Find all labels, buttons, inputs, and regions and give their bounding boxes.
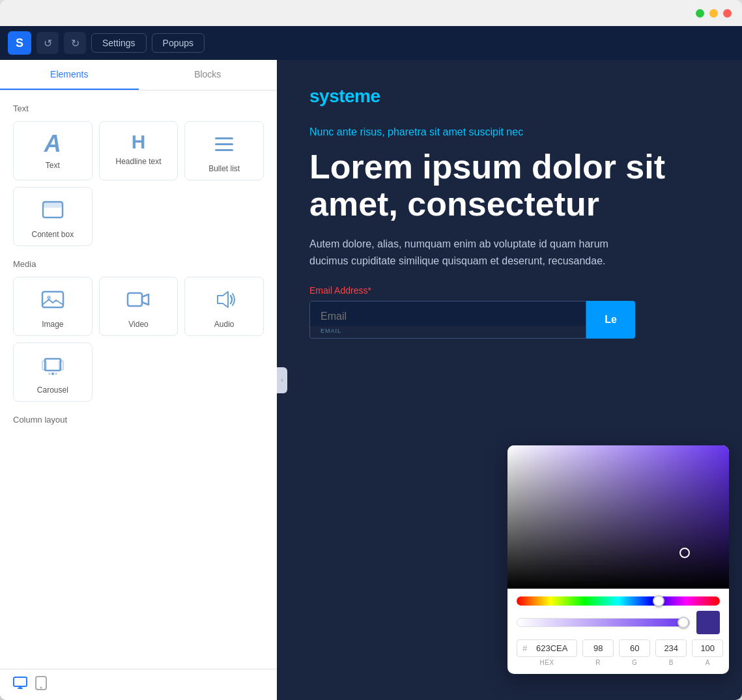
element-card-headline[interactable]: H Headline text bbox=[99, 121, 178, 180]
element-card-image[interactable]: Image bbox=[13, 277, 93, 336]
color-picker-controls: # HEX R G bbox=[507, 589, 729, 674]
image-label: Image bbox=[42, 320, 63, 329]
b-label: B bbox=[669, 659, 674, 666]
maximize-button[interactable] bbox=[696, 9, 704, 18]
section-text-label: Text bbox=[13, 104, 264, 113]
canvas-body-text: Autem dolore, alias, numquam enim ab vol… bbox=[309, 236, 629, 269]
panel-footer bbox=[0, 669, 277, 700]
svg-point-13 bbox=[51, 372, 54, 375]
cta-button[interactable]: Le bbox=[586, 301, 635, 339]
a-value-group: A bbox=[692, 639, 723, 666]
b-input[interactable] bbox=[655, 639, 687, 657]
undo-button[interactable]: ↺ bbox=[36, 32, 59, 54]
logo-button[interactable]: S bbox=[8, 31, 31, 55]
alpha-slider[interactable] bbox=[517, 618, 690, 627]
hex-value-group: # HEX bbox=[517, 639, 577, 666]
element-card-text[interactable]: A Text bbox=[13, 121, 93, 180]
svg-rect-1 bbox=[215, 143, 233, 145]
bulletlist-label: Bullet list bbox=[208, 164, 240, 173]
bulletlist-icon bbox=[212, 132, 236, 159]
hex-prefix: # bbox=[517, 640, 530, 656]
email-input-wrapper: EMAIL bbox=[309, 301, 586, 339]
svg-rect-16 bbox=[18, 688, 23, 689]
minimize-button[interactable] bbox=[709, 9, 718, 18]
svg-marker-8 bbox=[218, 292, 228, 307]
text-icon: A bbox=[44, 132, 61, 156]
elements-area[interactable]: Text A Text H Headline text bbox=[0, 91, 277, 669]
media-elements-grid: Image Video bbox=[13, 277, 264, 402]
hex-input[interactable] bbox=[530, 640, 577, 656]
canvas-main-heading: Lorem ipsum dolor sit amet, consectetur bbox=[309, 148, 709, 223]
section-layout-label: Column layout bbox=[13, 415, 264, 425]
hue-slider-row bbox=[517, 596, 720, 606]
hue-slider-thumb[interactable] bbox=[653, 595, 664, 607]
a-input[interactable] bbox=[692, 639, 723, 657]
a-label: A bbox=[706, 659, 710, 666]
svg-rect-9 bbox=[45, 359, 61, 371]
headline-icon: H bbox=[132, 132, 146, 152]
title-bar bbox=[0, 0, 742, 26]
tab-elements[interactable]: Elements bbox=[0, 60, 139, 90]
carousel-icon bbox=[41, 354, 64, 380]
audio-icon bbox=[212, 288, 236, 315]
window-controls bbox=[696, 9, 732, 18]
element-card-video[interactable]: Video bbox=[99, 277, 178, 336]
svg-rect-0 bbox=[215, 137, 233, 139]
settings-button[interactable]: Settings bbox=[91, 33, 147, 53]
svg-point-12 bbox=[48, 372, 51, 375]
toolbar: S ↺ ↻ Settings Popups bbox=[0, 26, 742, 60]
canvas-subheading: Nunc ante risus, pharetra sit amet susci… bbox=[309, 126, 709, 138]
panel-collapse-button[interactable]: › bbox=[277, 367, 287, 393]
panel-tabs: Elements Blocks bbox=[0, 60, 277, 91]
hue-slider[interactable] bbox=[517, 596, 720, 606]
left-panel: Elements Blocks Text A Text bbox=[0, 60, 277, 700]
svg-rect-7 bbox=[128, 293, 142, 306]
email-input[interactable] bbox=[310, 301, 586, 326]
text-elements-grid: A Text H Headline text bbox=[13, 121, 264, 246]
image-icon bbox=[41, 288, 64, 315]
svg-rect-5 bbox=[42, 292, 63, 307]
color-gradient-area[interactable] bbox=[507, 445, 729, 589]
element-card-carousel[interactable]: Carousel bbox=[13, 343, 93, 402]
svg-point-14 bbox=[55, 372, 57, 375]
g-input[interactable] bbox=[619, 639, 650, 657]
b-value-group: B bbox=[655, 639, 687, 666]
alpha-slider-row bbox=[517, 611, 720, 634]
carousel-label: Carousel bbox=[37, 385, 68, 395]
r-label: R bbox=[595, 659, 601, 666]
text-label: Text bbox=[46, 161, 60, 170]
element-card-contentbox[interactable]: Content box bbox=[13, 187, 93, 246]
audio-label: Audio bbox=[214, 320, 235, 329]
brand-name: systeme bbox=[309, 86, 709, 107]
svg-rect-2 bbox=[215, 149, 233, 151]
element-card-audio[interactable]: Audio bbox=[184, 277, 264, 336]
popups-button[interactable]: Popups bbox=[152, 33, 205, 53]
redo-button[interactable]: ↻ bbox=[64, 32, 86, 54]
email-sublabel: EMAIL bbox=[310, 326, 586, 338]
contentbox-label: Content box bbox=[31, 230, 74, 239]
alpha-slider-thumb[interactable] bbox=[678, 617, 689, 628]
window-chrome: S ↺ ↻ Settings Popups Elements Blocks Te… bbox=[0, 0, 742, 700]
canvas-area: systeme Nunc ante risus, pharetra sit am… bbox=[277, 60, 742, 700]
svg-rect-17 bbox=[19, 686, 21, 688]
app-container: S ↺ ↻ Settings Popups Elements Blocks Te… bbox=[0, 26, 742, 700]
close-button[interactable] bbox=[723, 9, 732, 18]
r-value-group: R bbox=[582, 639, 614, 666]
element-card-bulletlist[interactable]: Bullet list bbox=[184, 121, 264, 180]
mobile-view-button[interactable] bbox=[35, 676, 47, 693]
canvas-form-row: EMAIL Le bbox=[309, 301, 635, 339]
g-value-group: G bbox=[619, 639, 650, 666]
contentbox-icon bbox=[41, 198, 64, 225]
color-picker-popup: # HEX R G bbox=[507, 445, 729, 674]
color-swatch-preview bbox=[696, 611, 720, 634]
video-icon bbox=[126, 288, 150, 315]
svg-point-19 bbox=[40, 687, 42, 689]
hex-label: HEX bbox=[540, 659, 554, 666]
g-label: G bbox=[632, 659, 637, 666]
r-input[interactable] bbox=[582, 639, 614, 657]
tab-blocks[interactable]: Blocks bbox=[139, 60, 278, 90]
page-content: systeme Nunc ante risus, pharetra sit am… bbox=[277, 60, 742, 365]
desktop-view-button[interactable] bbox=[13, 676, 27, 693]
svg-rect-4 bbox=[43, 202, 63, 208]
svg-rect-15 bbox=[14, 677, 27, 686]
